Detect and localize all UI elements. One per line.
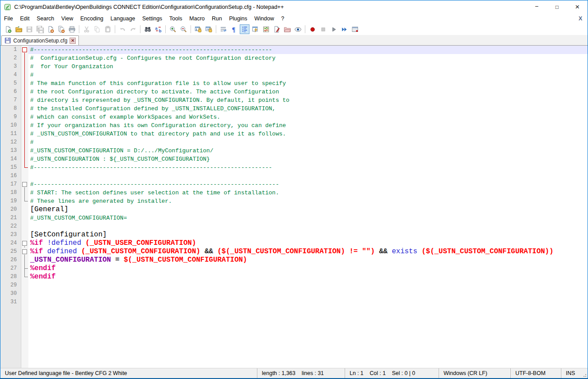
title-bar[interactable]: C:\ProgramData\Bentley\OpenBuildings CON… (0, 0, 588, 14)
code-editor[interactable]: 1#--------------------------------------… (0, 46, 588, 368)
macro-run-multiple-button[interactable] (339, 24, 349, 34)
show-indent-guide-button[interactable] (240, 24, 249, 34)
show-all-characters-button[interactable]: ¶ (229, 24, 239, 34)
undo-button[interactable] (117, 24, 127, 34)
close-all-icon (58, 26, 65, 33)
fold-margin-cell (21, 222, 28, 231)
undo-icon (119, 26, 126, 33)
fold-collapse-marker[interactable] (21, 248, 28, 256)
code-text: [SetConfiguration] (28, 231, 588, 239)
menu-item-macro[interactable]: Macro (186, 15, 208, 23)
menu-item-run[interactable]: Run (208, 15, 226, 23)
macro-stop-button[interactable] (318, 24, 328, 34)
fold-margin-cell (21, 197, 28, 205)
line-number: 30 (0, 290, 21, 298)
open-file-button[interactable] (14, 24, 23, 34)
tab-close-icon[interactable]: ✕ (70, 38, 76, 44)
code-line: 11# _USTN_CUSTOM_CONFIGURATION to that d… (0, 130, 588, 138)
code-line: 17#-------------------------------------… (0, 180, 588, 189)
code-text: #---------------------------------------… (28, 46, 588, 54)
close-button[interactable]: × (567, 0, 588, 14)
document-map-button[interactable] (261, 24, 271, 34)
line-number: 26 (0, 256, 21, 264)
macro-play-icon (330, 26, 338, 33)
maximize-button[interactable]: □ (547, 0, 567, 14)
macro-save-button[interactable] (350, 24, 360, 34)
menu-item-settings[interactable]: Settings (139, 15, 166, 23)
status-insert-mode[interactable]: INS (561, 368, 581, 378)
line-number: 21 (0, 214, 21, 222)
print-button[interactable] (67, 24, 77, 34)
code-text: #_USTN_CUSTOM_CONFIGURATION = D:/.../MyC… (28, 147, 588, 155)
menubar-close-document-x[interactable]: X (579, 15, 582, 22)
menu-item-language[interactable]: Language (107, 15, 139, 23)
zoom-in-button[interactable] (168, 24, 178, 34)
svg-text:a: a (155, 26, 158, 31)
fold-collapse-marker[interactable] (21, 46, 28, 54)
fold-margin-cell (21, 290, 28, 298)
close-all-button[interactable] (56, 24, 66, 34)
paste-button[interactable] (103, 24, 113, 34)
close-file-icon (47, 26, 55, 33)
document-list-button[interactable] (272, 24, 281, 34)
fold-collapse-marker[interactable] (21, 180, 28, 189)
function-list-button[interactable] (250, 24, 260, 34)
menu-item-edit[interactable]: Edit (16, 15, 33, 23)
minimize-button[interactable]: − (526, 0, 547, 14)
code-line: 2# ConfigurationSetup.cfg - Configures t… (0, 54, 588, 62)
redo-button[interactable] (128, 24, 138, 34)
menu-item-tools[interactable]: Tools (166, 15, 186, 23)
folder-as-workspace-button[interactable] (282, 24, 292, 34)
notepad-plus-plus-window: C:\ProgramData\Bentley\OpenBuildings CON… (0, 0, 588, 379)
code-text: %endif (28, 273, 588, 281)
code-line: 13#_USTN_CUSTOM_CONFIGURATION = D:/.../M… (0, 147, 588, 155)
code-line: 8# the installed Configuration defined b… (0, 104, 588, 113)
line-number: 2 (0, 54, 21, 62)
code-line: 14#_USTN_CONFIGURATION : ${_USTN_CUSTOM_… (0, 155, 588, 163)
tab-label: ConfigurationSetup.cfg (13, 38, 67, 44)
macro-play-button[interactable] (329, 24, 339, 34)
fold-margin-cell (21, 138, 28, 147)
replace-button[interactable]: ab (153, 24, 163, 34)
document-list-icon (273, 26, 280, 33)
menu-item-encoding[interactable]: Encoding (77, 15, 107, 23)
menu-item-search[interactable]: Search (33, 15, 58, 23)
menu-item-view[interactable]: View (58, 15, 77, 23)
zoom-in-icon (169, 26, 177, 33)
line-number: 7 (0, 96, 21, 104)
fold-margin-cell (21, 155, 28, 163)
menu-item-plugins[interactable]: Plugins (226, 15, 251, 23)
tab-configurationsetup-cfg[interactable]: ConfigurationSetup.cfg ✕ (1, 35, 79, 45)
resize-grip[interactable] (581, 368, 588, 378)
new-file-button[interactable] (3, 24, 13, 34)
fold-margin-cell (21, 298, 28, 306)
macro-record-button[interactable] (308, 24, 317, 34)
fold-collapse-marker[interactable] (21, 239, 28, 248)
menu-item-window[interactable]: Window (251, 15, 277, 23)
word-wrap-button[interactable] (218, 24, 228, 34)
cut-button[interactable] (82, 24, 91, 34)
svg-text:b: b (159, 28, 161, 33)
status-eol-format[interactable]: Windows (CR LF) (439, 368, 510, 378)
menu-item-file[interactable]: File (0, 15, 16, 23)
save-all-button[interactable] (35, 24, 45, 34)
code-text: # The main function of this configuratio… (28, 79, 588, 88)
close-file-button[interactable] (46, 24, 55, 34)
line-number: 10 (0, 121, 21, 130)
find-button[interactable] (143, 24, 152, 34)
copy-button[interactable] (92, 24, 102, 34)
code-text: # START: The section defines user select… (28, 189, 588, 197)
sync-vertical-button[interactable] (193, 24, 203, 34)
fold-margin-cell (21, 281, 28, 290)
sync-horizontal-button[interactable] (204, 24, 214, 34)
save-file-button[interactable] (24, 24, 34, 34)
monitoring-button[interactable] (293, 24, 303, 34)
zoom-out-button[interactable] (179, 24, 188, 34)
code-text: # the installed Configuration defined by… (28, 104, 588, 113)
fold-glyph (24, 71, 25, 79)
menu-bar: FileEditSearchViewEncodingLanguageSettin… (0, 14, 588, 23)
status-encoding[interactable]: UTF-8-BOM (510, 368, 561, 378)
tab-bar: ConfigurationSetup.cfg ✕ (0, 35, 588, 46)
code-text: %if defined (_USTN_CUSTOM_CONFIGURATION)… (28, 248, 588, 256)
menu-item-help[interactable]: ? (277, 15, 288, 23)
